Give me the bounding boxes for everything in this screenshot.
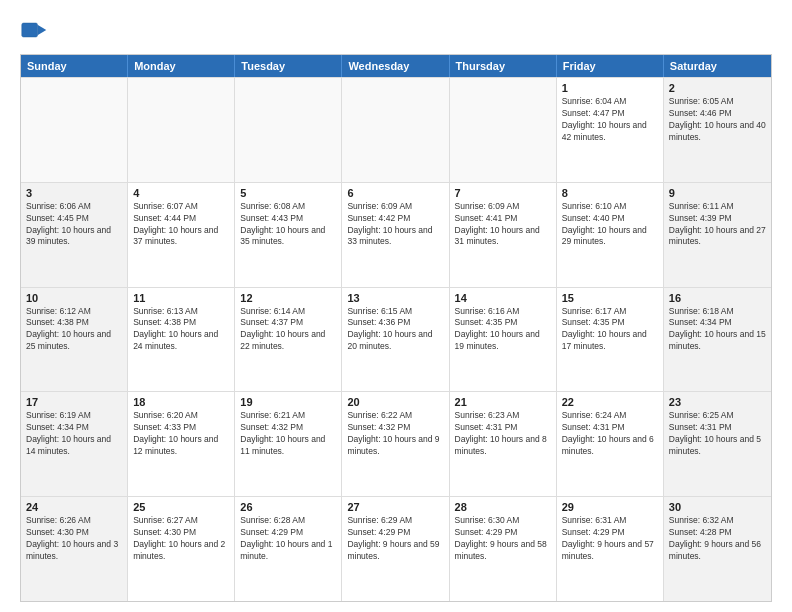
calendar-body: 1Sunrise: 6:04 AMSunset: 4:47 PMDaylight… (21, 77, 771, 601)
day-number: 26 (240, 501, 336, 513)
day-info: Sunrise: 6:13 AMSunset: 4:38 PMDaylight:… (133, 306, 229, 354)
page: SundayMondayTuesdayWednesdayThursdayFrid… (0, 0, 792, 612)
day-info: Sunrise: 6:12 AMSunset: 4:38 PMDaylight:… (26, 306, 122, 354)
weekday-header-tuesday: Tuesday (235, 55, 342, 77)
weekday-header-saturday: Saturday (664, 55, 771, 77)
day-info: Sunrise: 6:09 AMSunset: 4:42 PMDaylight:… (347, 201, 443, 249)
day-number: 15 (562, 292, 658, 304)
calendar-row-3: 17Sunrise: 6:19 AMSunset: 4:34 PMDayligh… (21, 391, 771, 496)
logo (20, 16, 52, 44)
day-number: 24 (26, 501, 122, 513)
calendar-cell: 18Sunrise: 6:20 AMSunset: 4:33 PMDayligh… (128, 392, 235, 496)
calendar-cell: 4Sunrise: 6:07 AMSunset: 4:44 PMDaylight… (128, 183, 235, 287)
weekday-header-monday: Monday (128, 55, 235, 77)
day-info: Sunrise: 6:07 AMSunset: 4:44 PMDaylight:… (133, 201, 229, 249)
day-info: Sunrise: 6:05 AMSunset: 4:46 PMDaylight:… (669, 96, 766, 144)
calendar-cell: 11Sunrise: 6:13 AMSunset: 4:38 PMDayligh… (128, 288, 235, 392)
day-info: Sunrise: 6:04 AMSunset: 4:47 PMDaylight:… (562, 96, 658, 144)
calendar-cell (235, 78, 342, 182)
day-number: 1 (562, 82, 658, 94)
day-info: Sunrise: 6:30 AMSunset: 4:29 PMDaylight:… (455, 515, 551, 563)
day-info: Sunrise: 6:19 AMSunset: 4:34 PMDaylight:… (26, 410, 122, 458)
day-number: 29 (562, 501, 658, 513)
day-number: 16 (669, 292, 766, 304)
calendar-cell: 28Sunrise: 6:30 AMSunset: 4:29 PMDayligh… (450, 497, 557, 601)
day-info: Sunrise: 6:31 AMSunset: 4:29 PMDaylight:… (562, 515, 658, 563)
calendar-cell: 13Sunrise: 6:15 AMSunset: 4:36 PMDayligh… (342, 288, 449, 392)
calendar: SundayMondayTuesdayWednesdayThursdayFrid… (20, 54, 772, 602)
calendar-cell: 16Sunrise: 6:18 AMSunset: 4:34 PMDayligh… (664, 288, 771, 392)
calendar-cell: 25Sunrise: 6:27 AMSunset: 4:30 PMDayligh… (128, 497, 235, 601)
day-info: Sunrise: 6:32 AMSunset: 4:28 PMDaylight:… (669, 515, 766, 563)
day-info: Sunrise: 6:17 AMSunset: 4:35 PMDaylight:… (562, 306, 658, 354)
calendar-cell: 6Sunrise: 6:09 AMSunset: 4:42 PMDaylight… (342, 183, 449, 287)
calendar-cell: 5Sunrise: 6:08 AMSunset: 4:43 PMDaylight… (235, 183, 342, 287)
day-info: Sunrise: 6:14 AMSunset: 4:37 PMDaylight:… (240, 306, 336, 354)
svg-marker-1 (38, 25, 47, 36)
day-number: 6 (347, 187, 443, 199)
day-number: 11 (133, 292, 229, 304)
day-number: 8 (562, 187, 658, 199)
calendar-cell: 17Sunrise: 6:19 AMSunset: 4:34 PMDayligh… (21, 392, 128, 496)
day-info: Sunrise: 6:06 AMSunset: 4:45 PMDaylight:… (26, 201, 122, 249)
calendar-row-2: 10Sunrise: 6:12 AMSunset: 4:38 PMDayligh… (21, 287, 771, 392)
day-number: 28 (455, 501, 551, 513)
day-number: 7 (455, 187, 551, 199)
header (20, 16, 772, 44)
day-info: Sunrise: 6:22 AMSunset: 4:32 PMDaylight:… (347, 410, 443, 458)
weekday-header-friday: Friday (557, 55, 664, 77)
day-number: 3 (26, 187, 122, 199)
day-info: Sunrise: 6:09 AMSunset: 4:41 PMDaylight:… (455, 201, 551, 249)
calendar-cell: 24Sunrise: 6:26 AMSunset: 4:30 PMDayligh… (21, 497, 128, 601)
calendar-cell (342, 78, 449, 182)
day-info: Sunrise: 6:08 AMSunset: 4:43 PMDaylight:… (240, 201, 336, 249)
day-number: 13 (347, 292, 443, 304)
svg-rect-0 (22, 23, 38, 37)
day-number: 20 (347, 396, 443, 408)
day-number: 27 (347, 501, 443, 513)
calendar-cell: 8Sunrise: 6:10 AMSunset: 4:40 PMDaylight… (557, 183, 664, 287)
day-info: Sunrise: 6:25 AMSunset: 4:31 PMDaylight:… (669, 410, 766, 458)
day-number: 2 (669, 82, 766, 94)
calendar-cell: 29Sunrise: 6:31 AMSunset: 4:29 PMDayligh… (557, 497, 664, 601)
weekday-header-thursday: Thursday (450, 55, 557, 77)
calendar-cell: 1Sunrise: 6:04 AMSunset: 4:47 PMDaylight… (557, 78, 664, 182)
day-info: Sunrise: 6:21 AMSunset: 4:32 PMDaylight:… (240, 410, 336, 458)
calendar-cell: 2Sunrise: 6:05 AMSunset: 4:46 PMDaylight… (664, 78, 771, 182)
day-info: Sunrise: 6:18 AMSunset: 4:34 PMDaylight:… (669, 306, 766, 354)
day-number: 5 (240, 187, 336, 199)
calendar-row-0: 1Sunrise: 6:04 AMSunset: 4:47 PMDaylight… (21, 77, 771, 182)
calendar-row-1: 3Sunrise: 6:06 AMSunset: 4:45 PMDaylight… (21, 182, 771, 287)
day-number: 12 (240, 292, 336, 304)
logo-icon (20, 16, 48, 44)
day-number: 19 (240, 396, 336, 408)
calendar-cell (21, 78, 128, 182)
day-info: Sunrise: 6:16 AMSunset: 4:35 PMDaylight:… (455, 306, 551, 354)
calendar-cell: 21Sunrise: 6:23 AMSunset: 4:31 PMDayligh… (450, 392, 557, 496)
weekday-header-wednesday: Wednesday (342, 55, 449, 77)
day-info: Sunrise: 6:27 AMSunset: 4:30 PMDaylight:… (133, 515, 229, 563)
calendar-cell: 12Sunrise: 6:14 AMSunset: 4:37 PMDayligh… (235, 288, 342, 392)
day-number: 10 (26, 292, 122, 304)
day-info: Sunrise: 6:26 AMSunset: 4:30 PMDaylight:… (26, 515, 122, 563)
calendar-cell: 14Sunrise: 6:16 AMSunset: 4:35 PMDayligh… (450, 288, 557, 392)
calendar-cell: 26Sunrise: 6:28 AMSunset: 4:29 PMDayligh… (235, 497, 342, 601)
calendar-cell: 19Sunrise: 6:21 AMSunset: 4:32 PMDayligh… (235, 392, 342, 496)
day-info: Sunrise: 6:20 AMSunset: 4:33 PMDaylight:… (133, 410, 229, 458)
day-number: 22 (562, 396, 658, 408)
calendar-cell (128, 78, 235, 182)
calendar-header: SundayMondayTuesdayWednesdayThursdayFrid… (21, 55, 771, 77)
day-number: 25 (133, 501, 229, 513)
calendar-cell: 10Sunrise: 6:12 AMSunset: 4:38 PMDayligh… (21, 288, 128, 392)
day-info: Sunrise: 6:11 AMSunset: 4:39 PMDaylight:… (669, 201, 766, 249)
calendar-cell: 23Sunrise: 6:25 AMSunset: 4:31 PMDayligh… (664, 392, 771, 496)
day-info: Sunrise: 6:23 AMSunset: 4:31 PMDaylight:… (455, 410, 551, 458)
day-info: Sunrise: 6:24 AMSunset: 4:31 PMDaylight:… (562, 410, 658, 458)
day-info: Sunrise: 6:10 AMSunset: 4:40 PMDaylight:… (562, 201, 658, 249)
calendar-cell: 3Sunrise: 6:06 AMSunset: 4:45 PMDaylight… (21, 183, 128, 287)
calendar-cell: 20Sunrise: 6:22 AMSunset: 4:32 PMDayligh… (342, 392, 449, 496)
day-number: 4 (133, 187, 229, 199)
weekday-header-sunday: Sunday (21, 55, 128, 77)
calendar-cell: 7Sunrise: 6:09 AMSunset: 4:41 PMDaylight… (450, 183, 557, 287)
calendar-cell: 22Sunrise: 6:24 AMSunset: 4:31 PMDayligh… (557, 392, 664, 496)
